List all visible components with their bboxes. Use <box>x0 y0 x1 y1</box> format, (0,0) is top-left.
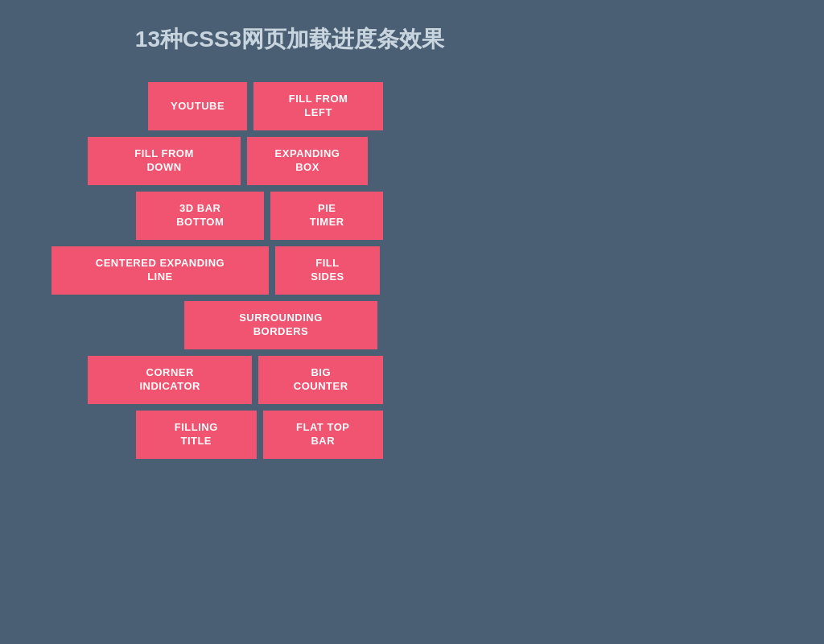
menu-row-4: CENTERED EXPANDINGLINE FILLSIDES <box>40 243 386 298</box>
fill-from-left-button[interactable]: FILL FROMLEFT <box>253 82 383 130</box>
filling-title-button[interactable]: FILLINGTITLE <box>136 411 257 459</box>
fill-from-down-button[interactable]: FILL FROMDOWN <box>88 137 241 185</box>
menu-row-7: FILLINGTITLE FLAT TOPBAR <box>40 407 386 462</box>
menu-row-3: 3D BARBOTTOM PIETIMER <box>40 188 386 243</box>
youtube-button[interactable]: YOUTUBE <box>148 82 247 130</box>
centered-expanding-line-button[interactable]: CENTERED EXPANDINGLINE <box>52 246 269 295</box>
big-counter-button[interactable]: BIGCOUNTER <box>258 356 383 404</box>
flat-top-bar-button[interactable]: FLAT TOPBAR <box>263 411 384 459</box>
fill-sides-button[interactable]: FILLSIDES <box>275 246 380 295</box>
menu-row-2: FILL FROMDOWN EXPANDINGBOX <box>40 134 386 188</box>
pie-timer-button[interactable]: PIETIMER <box>270 192 383 240</box>
menu-grid: YOUTUBE FILL FROMLEFT FILL FROMDOWN EXPA… <box>40 79 386 462</box>
expanding-box-button[interactable]: EXPANDINGBOX <box>247 137 368 185</box>
menu-row-6: CORNERINDICATOR BIGCOUNTER <box>40 353 386 407</box>
surrounding-borders-button[interactable]: SURROUNDINGBORDERS <box>184 301 377 349</box>
page-container: 13种CSS3网页加载进度条效果 YOUTUBE FILL FROMLEFT F… <box>0 0 824 644</box>
menu-row-5: SURROUNDINGBORDERS <box>40 298 386 353</box>
menu-row-1: YOUTUBE FILL FROMLEFT <box>40 79 386 134</box>
3d-bar-bottom-button[interactable]: 3D BARBOTTOM <box>136 192 264 240</box>
corner-indicator-button[interactable]: CORNERINDICATOR <box>88 356 252 404</box>
page-title: 13种CSS3网页加载进度条效果 <box>40 24 539 55</box>
